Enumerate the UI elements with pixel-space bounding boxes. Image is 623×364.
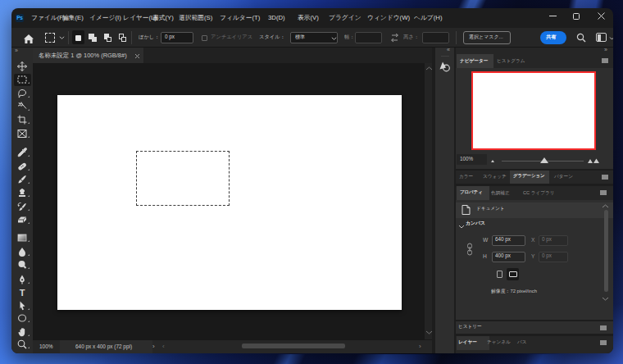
svg-text:T: T [20, 288, 25, 298]
